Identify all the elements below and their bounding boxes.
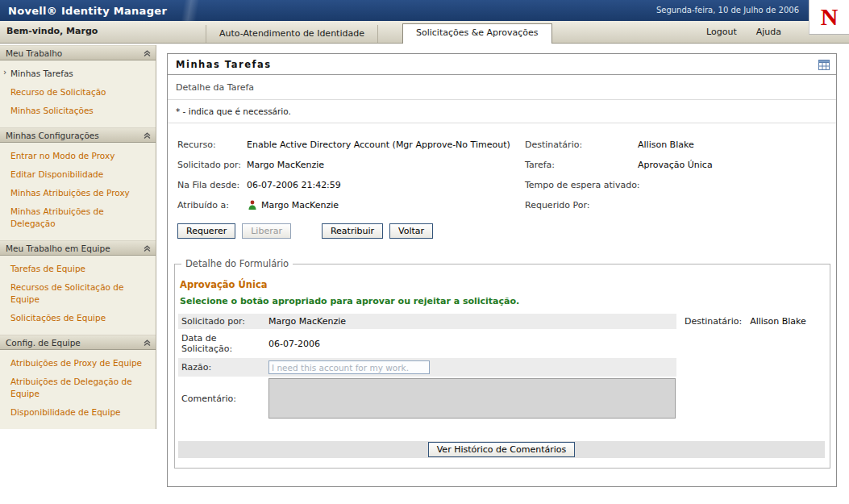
required-note: * - indica que é necessário. (168, 100, 836, 123)
panel-header: Minhas Tarefas (168, 54, 836, 75)
form-requested-by-label: Solicitado por: (178, 316, 268, 327)
action-buttons: Requerer Liberar Reatribuir Voltar (168, 210, 836, 239)
assigned-to-name: Margo MacKenzie (261, 200, 339, 210)
sidebar-item-minhas-tarefas[interactable]: Minhas Tarefas (0, 65, 156, 83)
section-items: Atribuições de Proxy de Equipe Atribuiçõ… (0, 350, 156, 429)
reassign-button[interactable]: Reatribuir (322, 223, 383, 239)
section-items: Minhas Tarefas Recurso de Solicitação Mi… (0, 60, 156, 127)
header-date: Segunda-feira, 10 de Julho de 2006 (656, 6, 799, 15)
form-requested-by: Solicitado por: Margo MacKenzie (178, 314, 676, 329)
assigned-to-value: Margo MacKenzie (247, 200, 525, 210)
collapse-icon[interactable] (143, 131, 152, 140)
form-recipient-label: Destinatário: (685, 316, 742, 327)
sidebar-item-minhas-atribuicoes-delegacao[interactable]: Minhas Atribuições de Delegação (0, 202, 156, 233)
tab-requests-approvals[interactable]: Solicitações &e Aprovações (402, 23, 552, 44)
novell-logo-letter: N (821, 5, 839, 29)
sidebar-item-disponibilidade-equipe[interactable]: Disponibilidade de Equipe (0, 403, 156, 422)
welcome-text: Bem-vindo, Margo (0, 26, 206, 43)
sidebar-section-meu-trabalho-em-equipe: Meu Trabalho em Equipe Tarefas de Equipe… (0, 240, 156, 335)
form-row-request-date: Data de Solicitação: 06-07-2006 (178, 331, 825, 356)
page-layout: Meu Trabalho Minhas Tarefas Recurso de S… (0, 44, 849, 504)
portlet-grid-icon[interactable] (818, 60, 830, 70)
top-banner: Novell® Identity Manager Segunda-feira, … (0, 0, 849, 21)
form-request-date-label: Data de Solicitação: (178, 333, 268, 354)
comment-history-bar: Ver Histórico de Comentários (178, 441, 825, 458)
collapse-icon[interactable] (143, 338, 152, 347)
sidebar-section-meu-trabalho: Meu Trabalho Minhas Tarefas Recurso de S… (0, 45, 156, 127)
resource-value: Enable Active Directory Account (Mgr App… (247, 140, 525, 150)
sidebar-item-tarefas-equipe[interactable]: Tarefas de Equipe (0, 260, 156, 278)
claim-button[interactable]: Requerer (177, 223, 235, 239)
section-title: Minhas Configurações (6, 131, 99, 140)
section-header-minhas-configuracoes[interactable]: Minhas Configurações (0, 127, 156, 143)
tab-bar: Bem-vindo, Margo Auto-Atendimento de Ide… (0, 21, 849, 44)
main-area: Minhas Tarefas Detalhe da Tarefa * - ind… (156, 44, 849, 504)
form-detail-fieldset: Detalhe do Formulário Aprovação Única Se… (174, 258, 830, 469)
form-recipient: Destinatário: Allison Blake (676, 316, 806, 327)
sidebar-item-editar-disponibilidade[interactable]: Editar Disponibilidade (0, 165, 156, 184)
form-row-comment: Comentário: (178, 378, 825, 419)
section-header-meu-trabalho-em-equipe[interactable]: Meu Trabalho em Equipe (0, 240, 156, 256)
sidebar-item-recurso-de-solicitacao[interactable]: Recurso de Solicitação (0, 83, 156, 102)
task-detail-heading: Detalhe da Tarefa (168, 75, 836, 100)
form-detail-legend: Detalhe do Formulário (181, 258, 293, 269)
help-link[interactable]: Ajuda (756, 27, 781, 37)
section-title: Config. de Equipe (6, 338, 81, 348)
section-items: Tarefas de Equipe Recursos de Solicitaçã… (0, 256, 156, 335)
logout-link[interactable]: Logout (706, 27, 737, 37)
timeout-activated-label: Tempo de espera ativado: (525, 180, 638, 190)
resource-label: Recurso: (177, 140, 247, 150)
novell-logo: N (809, 0, 849, 35)
banner-swoosh (157, 0, 222, 21)
in-queue-since-value: 06-07-2006 21:42:59 (247, 180, 525, 190)
sidebar-item-atribuicoes-delegacao-equipe[interactable]: Atribuições de Delegação de Equipe (0, 373, 156, 403)
form-row-reason: Razão: (178, 358, 825, 377)
reason-input (268, 360, 430, 374)
sidebar-item-atribuicoes-proxy-equipe[interactable]: Atribuições de Proxy de Equipe (0, 354, 156, 373)
panel-title: Minhas Tarefas (176, 59, 272, 70)
section-header-config-de-equipe[interactable]: Config. de Equipe (0, 335, 156, 350)
section-items: Entrar no Modo de Proxy Editar Disponibi… (0, 143, 156, 240)
form-requested-by-value: Margo MacKenzie (268, 316, 346, 327)
form-row-requested-by: Solicitado por: Margo MacKenzie Destinat… (178, 314, 825, 329)
sidebar-item-entrar-modo-proxy[interactable]: Entrar no Modo de Proxy (0, 147, 156, 165)
release-button: Liberar (242, 223, 291, 239)
section-title: Meu Trabalho (6, 48, 62, 58)
task-details: Recurso: Enable Active Directory Account… (168, 123, 836, 210)
sidebar-section-minhas-configuracoes: Minhas Configurações Entrar no Modo de P… (0, 127, 156, 240)
section-header-meu-trabalho[interactable]: Meu Trabalho (0, 45, 156, 60)
required-by-label: Requerido Por: (525, 200, 638, 210)
requested-by-label: Solicitado por: (177, 160, 247, 170)
view-comment-history-button[interactable]: Ver Histórico de Comentários (428, 442, 576, 457)
task-value: Aprovação Única (638, 160, 830, 170)
form-request-date-value: 06-07-2006 (268, 339, 320, 349)
form-reason-label: Razão: (178, 362, 268, 373)
sidebar: Meu Trabalho Minhas Tarefas Recurso de S… (0, 44, 156, 504)
form-recipient-value: Allison Blake (750, 316, 806, 327)
form-title: Aprovação Única (180, 279, 825, 290)
requested-by-value: Margo MacKenzie (247, 160, 525, 170)
task-label: Tarefa: (525, 160, 638, 170)
form-reason: Razão: (178, 358, 676, 377)
comment-textarea (268, 378, 676, 419)
sidebar-item-recursos-solicitacao-equipe[interactable]: Recursos de Solicitação de Equipe (0, 278, 156, 309)
tabs: Auto-Atendimento de Identidade Solicitaç… (206, 20, 552, 43)
collapse-icon[interactable] (143, 48, 152, 57)
assigned-to-label: Atribuído a: (177, 200, 247, 210)
recipient-value: Allison Blake (638, 140, 830, 150)
collapse-icon[interactable] (143, 244, 152, 252)
sidebar-section-config-de-equipe: Config. de Equipe Atribuições de Proxy d… (0, 335, 156, 429)
sidebar-item-solicitacoes-equipe[interactable]: Solicitações de Equipe (0, 309, 156, 327)
user-icon (247, 200, 257, 210)
section-title: Meu Trabalho em Equipe (6, 244, 110, 253)
sidebar-item-minhas-solicitacoes[interactable]: Minhas Solicitações (0, 102, 156, 120)
brand-title: Novell® Identity Manager (0, 5, 167, 17)
form-comment-label: Comentário: (178, 394, 268, 404)
back-button[interactable]: Voltar (389, 223, 433, 239)
my-tasks-panel: Minhas Tarefas Detalhe da Tarefa * - ind… (167, 53, 837, 487)
sidebar-item-minhas-atribuicoes-proxy[interactable]: Minhas Atribuições de Proxy (0, 184, 156, 202)
tab-identity-self-service[interactable]: Auto-Atendimento de Identidade (206, 25, 378, 43)
recipient-label: Destinatário: (525, 140, 638, 150)
in-queue-since-label: Na Fila desde: (177, 180, 247, 190)
form-instruction: Selecione o botão apropriado para aprova… (180, 296, 825, 306)
